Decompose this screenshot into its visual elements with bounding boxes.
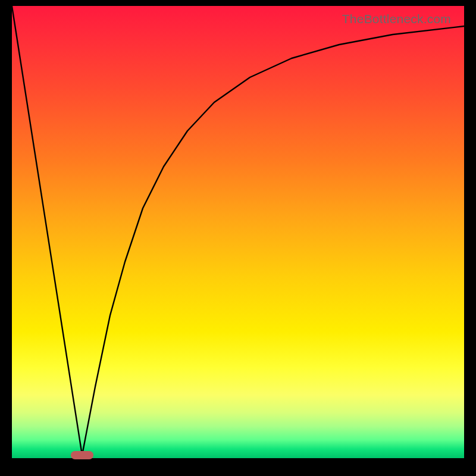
optimum-marker [71, 451, 93, 459]
curve-layer [12, 6, 464, 458]
bottleneck-curve [12, 6, 464, 455]
plot-area: TheBottleneck.com [12, 6, 464, 458]
watermark-text: TheBottleneck.com [342, 12, 451, 26]
chart-frame: TheBottleneck.com [0, 0, 476, 476]
